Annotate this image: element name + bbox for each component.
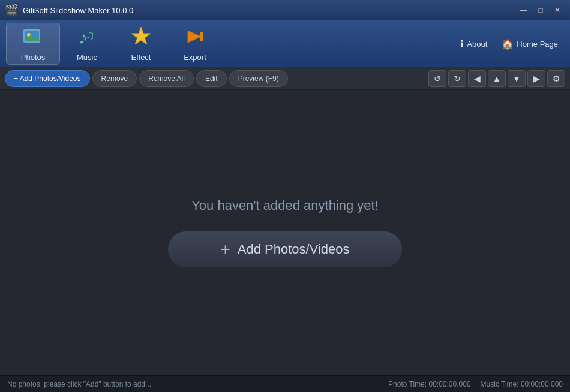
photo-time-display: Photo Time: 00:00:00.000: [388, 380, 470, 388]
add-photos-button[interactable]: + Add Photos/Videos: [5, 70, 90, 87]
minimize-button[interactable]: —: [516, 4, 532, 17]
toolbar-music-button[interactable]: ♪ ♫ Music: [60, 23, 114, 65]
edit-button[interactable]: Edit: [196, 70, 227, 87]
svg-rect-8: [200, 32, 203, 41]
remove-button[interactable]: Remove: [92, 70, 137, 87]
secondary-toolbar: + Add Photos/Videos Remove Remove All Ed…: [0, 67, 570, 90]
rotate-left-icon: ↺: [434, 74, 441, 83]
remove-label: Remove: [101, 74, 128, 83]
home-page-button[interactable]: 🏠 Home Page: [496, 35, 564, 53]
home-page-label: Home Page: [517, 40, 558, 49]
music-time-display: Music Time: 00:00:00.000: [481, 380, 563, 388]
window-controls: — □ ✕: [516, 4, 565, 17]
toolbar-photos-button[interactable]: Photos: [6, 23, 60, 65]
move-up-icon: ▲: [493, 74, 501, 83]
move-right-icon: ▶: [533, 74, 540, 83]
move-left-button[interactable]: ◀: [468, 70, 486, 87]
svg-marker-7: [188, 31, 201, 43]
move-down-button[interactable]: ▼: [508, 70, 526, 87]
status-bar: No photos, please click "Add" button to …: [0, 375, 570, 392]
photo-time-value: 00:00:00.000: [428, 380, 470, 388]
status-message: No photos, please click "Add" button to …: [7, 380, 388, 388]
settings-icon: ⚙: [553, 74, 560, 83]
main-content: You haven't added anything yet! + Add Ph…: [0, 90, 570, 375]
home-icon: 🏠: [502, 38, 514, 50]
move-right-button[interactable]: ▶: [527, 70, 545, 87]
toolbar-photos-label: Photos: [21, 53, 45, 62]
app-title: GiliSoft Sildeshow Maker 10.0.0: [23, 6, 511, 15]
rotate-right-icon: ↻: [454, 74, 461, 83]
close-button[interactable]: ✕: [550, 4, 565, 17]
move-down-icon: ▼: [512, 74, 521, 83]
toolbar-effect-button[interactable]: Effect: [114, 23, 168, 65]
rotate-right-button[interactable]: ↻: [448, 70, 466, 87]
app-icon: 🎬: [5, 4, 18, 17]
about-button[interactable]: ℹ About: [454, 35, 493, 53]
toolbar-export-label: Export: [184, 53, 206, 62]
add-photos-label: + Add Photos/Videos: [14, 74, 81, 83]
maximize-button[interactable]: □: [533, 4, 548, 17]
status-right: Photo Time: 00:00:00.000 Music Time: 00:…: [388, 380, 563, 388]
title-bar: 🎬 GiliSoft Sildeshow Maker 10.0.0 — □ ✕: [0, 0, 570, 20]
rotate-left-button[interactable]: ↺: [428, 70, 446, 87]
add-large-plus-icon: +: [220, 240, 230, 259]
music-svg: ♪ ♫: [76, 26, 98, 47]
toolbar-music-label: Music: [77, 53, 97, 62]
secondary-toolbar-right: ↺ ↻ ◀ ▲ ▼ ▶ ⚙: [428, 70, 565, 87]
music-time-label: Music Time:: [481, 380, 519, 388]
effect-svg: [130, 26, 152, 47]
export-svg: [184, 26, 206, 47]
about-label: About: [467, 40, 487, 49]
edit-label: Edit: [205, 74, 218, 83]
preview-button[interactable]: Preview (F9): [229, 70, 288, 87]
add-photos-large-button[interactable]: + Add Photos/Videos: [168, 231, 402, 267]
photo-time-label: Photo Time:: [388, 380, 427, 388]
add-large-label: Add Photos/Videos: [238, 242, 350, 257]
music-time-value: 00:00:00.000: [521, 380, 563, 388]
toolbar-export-button[interactable]: Export: [168, 23, 222, 65]
export-icon: [184, 26, 206, 50]
effect-icon: [130, 26, 152, 50]
move-up-button[interactable]: ▲: [488, 70, 506, 87]
toolbar: Photos ♪ ♫ Music Effect Export: [0, 20, 570, 67]
empty-message: You haven't added anything yet!: [191, 198, 379, 213]
photos-icon: [22, 26, 44, 50]
about-icon: ℹ: [460, 38, 464, 50]
remove-all-button[interactable]: Remove All: [139, 70, 194, 87]
toolbar-effect-label: Effect: [131, 53, 151, 62]
photos-svg: [22, 26, 44, 47]
svg-marker-6: [131, 27, 151, 44]
remove-all-label: Remove All: [148, 74, 185, 83]
move-left-icon: ◀: [474, 74, 481, 83]
svg-text:♫: ♫: [86, 28, 95, 41]
preview-label: Preview (F9): [238, 74, 279, 83]
toolbar-right: ℹ About 🏠 Home Page: [454, 35, 564, 53]
music-icon: ♪ ♫: [76, 26, 98, 50]
settings-button[interactable]: ⚙: [547, 70, 565, 87]
